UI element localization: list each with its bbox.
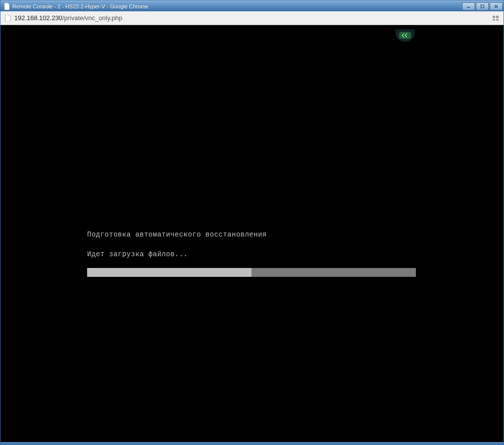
maximize-button[interactable] (476, 2, 489, 10)
boot-screen: Подготовка автоматического восстановлени… (87, 231, 417, 277)
page-file-icon (3, 3, 10, 10)
boot-progress-fill (87, 268, 252, 277)
url-path: /private/vnc_only.php (63, 14, 123, 22)
window-title: Remote Console - 2 - HS22-2-Hyper-V - Go… (12, 3, 462, 9)
url-display: 192.168.102.230/private/vnc_only.php (14, 14, 492, 22)
svg-rect-7 (496, 19, 499, 21)
document-icon (4, 15, 11, 22)
svg-rect-1 (481, 5, 484, 8)
svg-rect-4 (493, 16, 495, 18)
svg-rect-5 (496, 16, 499, 18)
titlebar[interactable]: Remote Console - 2 - HS22-2-Hyper-V - Go… (0, 0, 504, 11)
svg-rect-6 (493, 19, 495, 21)
extension-icon[interactable] (492, 15, 500, 22)
close-button[interactable] (490, 2, 503, 10)
boot-status-line-2: Идет загрузка файлов... (87, 250, 417, 258)
chrome-window: Remote Console - 2 - HS22-2-Hyper-V - Go… (0, 0, 504, 445)
boot-status-line-1: Подготовка автоматического восстановлени… (87, 231, 417, 238)
url-host: 192.168.102.230 (14, 14, 63, 22)
collapse-icon (399, 32, 411, 39)
console-pulltab[interactable] (395, 29, 415, 42)
boot-progress-bar (87, 268, 416, 277)
window-controls (462, 2, 503, 10)
remote-console-viewport[interactable]: Подготовка автоматического восстановлени… (0, 25, 504, 442)
minimize-button[interactable] (462, 2, 475, 10)
window-border-bottom (0, 442, 504, 445)
address-bar[interactable]: 192.168.102.230/private/vnc_only.php (0, 11, 504, 25)
